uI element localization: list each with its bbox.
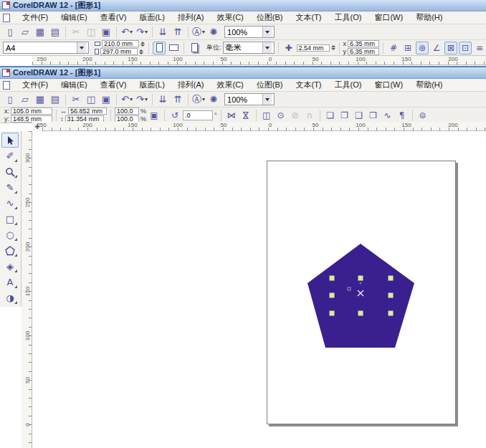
print-button[interactable]: ▤ xyxy=(48,25,62,39)
zoom-level-combo[interactable]: 100% xyxy=(224,26,275,38)
back-one-button[interactable]: ❒ xyxy=(367,109,380,122)
undo-button[interactable]: ↶▾ xyxy=(120,25,134,39)
paper-type-combo[interactable]: A4 xyxy=(3,42,89,54)
cut-button[interactable]: ✂ xyxy=(69,92,83,106)
menu-arrange[interactable]: 排列(A) xyxy=(171,78,211,92)
shape-tool[interactable]: ✐ xyxy=(1,148,19,163)
undo-button[interactable]: ↶▾ xyxy=(120,92,134,106)
forward-one-button[interactable]: ❑ xyxy=(353,109,366,122)
menu-bitmaps[interactable]: 位图(B) xyxy=(250,11,290,24)
combo-arrow[interactable] xyxy=(262,94,272,105)
mirror-vertical-button[interactable]: ⋈ xyxy=(239,109,252,122)
redo-button[interactable]: ↷▾ xyxy=(135,92,149,106)
save-button[interactable]: ▦ xyxy=(33,92,47,106)
treat-as-filled-button[interactable]: ⊠ xyxy=(444,42,457,54)
landscape-button[interactable] xyxy=(167,42,180,54)
horizontal-ruler-2[interactable]: 250 200 150 100 50 0 50 100 150 200 xyxy=(42,122,486,131)
combo-arrow[interactable] xyxy=(262,42,272,53)
trim-button[interactable]: ⊘ xyxy=(289,109,302,122)
selection-handle[interactable] xyxy=(330,276,335,281)
copy-button[interactable]: ◫ xyxy=(84,92,98,106)
dynamic-guides-button[interactable]: ∠ xyxy=(430,42,443,54)
menu-effects[interactable]: 效果(C) xyxy=(211,78,250,92)
selection-handle[interactable] xyxy=(358,276,363,281)
menu-file[interactable]: 文件(F) xyxy=(16,78,54,92)
intersect-button[interactable]: ∩ xyxy=(303,109,316,122)
pick-tool[interactable] xyxy=(1,133,19,148)
canvas[interactable] xyxy=(32,131,486,448)
weld-button[interactable]: ⊙ xyxy=(275,109,287,122)
menu-window[interactable]: 窗口(W) xyxy=(368,78,409,92)
selection-handle[interactable] xyxy=(389,293,394,298)
import-button[interactable]: ⇊ xyxy=(156,25,170,39)
spinner[interactable] xyxy=(331,45,335,50)
export-button[interactable]: ⇈ xyxy=(171,25,185,39)
paste-button[interactable]: ▣ xyxy=(99,92,113,106)
save-button[interactable]: ▦ xyxy=(33,25,47,39)
menu-tools[interactable]: 工具(O) xyxy=(328,11,368,24)
vertical-ruler[interactable]: 300 250 200 150 100 50 0 xyxy=(22,131,32,448)
menu-tools[interactable]: 工具(O) xyxy=(328,78,368,92)
open-button[interactable]: ▱ xyxy=(18,25,32,39)
menu-bitmaps[interactable]: 位图(B) xyxy=(250,78,290,92)
mirror-horizontal-button[interactable]: ⋈ xyxy=(225,109,238,122)
ellipse-tool[interactable]: ○ xyxy=(1,227,19,242)
titlebar[interactable]: CorelDRAW 12 - [图形1] xyxy=(0,67,486,79)
paper-width-field[interactable]: 210.0 mm xyxy=(102,40,139,47)
pick-box-button[interactable]: ⊡ xyxy=(459,42,472,54)
scale-x-field[interactable]: 100.0 xyxy=(115,108,139,115)
menu-help[interactable]: 帮助(H) xyxy=(409,11,449,24)
rectangle-tool[interactable]: □ xyxy=(1,211,19,227)
wrap-text-button[interactable]: ¶ xyxy=(396,109,409,122)
menu-edit[interactable]: 编辑(E) xyxy=(54,11,94,24)
menu-view[interactable]: 查看(V) xyxy=(94,11,133,24)
pentagon-shape[interactable] xyxy=(308,244,414,348)
menu-layout[interactable]: 版面(L) xyxy=(133,78,171,92)
document-window-icon[interactable] xyxy=(3,81,10,90)
to-back-button[interactable]: ❐ xyxy=(338,109,351,122)
app-launcher-button[interactable]: Ⓐ▾ xyxy=(191,92,206,106)
export-button[interactable]: ⇈ xyxy=(171,92,185,106)
spinner[interactable] xyxy=(140,42,145,47)
object-properties-button[interactable]: ⊜ xyxy=(416,109,429,122)
open-button[interactable]: ▱ xyxy=(18,92,32,106)
menu-effects[interactable]: 效果(C) xyxy=(211,11,250,24)
cut-button[interactable]: ✂ xyxy=(69,25,83,39)
new-button[interactable]: ▯ xyxy=(3,25,17,39)
selection-handle[interactable] xyxy=(330,311,335,316)
snap-guidelines-button[interactable]: ⊞ xyxy=(401,42,414,54)
selection-handle[interactable] xyxy=(330,293,335,298)
new-button[interactable]: ▯ xyxy=(3,92,17,106)
combo-arrow[interactable] xyxy=(77,42,86,53)
snap-grid-button[interactable]: # xyxy=(387,42,400,54)
paste-button[interactable]: ▣ xyxy=(99,25,113,39)
lock-ratio-button[interactable]: ▣ xyxy=(148,109,161,122)
spinner[interactable] xyxy=(139,49,143,54)
menu-view[interactable]: 查看(V) xyxy=(94,78,133,92)
rotation-field[interactable]: .0 xyxy=(183,110,213,120)
document-window-icon[interactable] xyxy=(3,14,10,22)
polygon-tool[interactable] xyxy=(1,243,19,258)
menu-file[interactable]: 文件(F) xyxy=(16,11,54,24)
print-button[interactable]: ▤ xyxy=(48,92,62,106)
freehand-tool[interactable]: ✎ xyxy=(1,180,19,195)
copy-button[interactable]: ◫ xyxy=(84,25,98,39)
zoom-tool[interactable] xyxy=(1,164,19,179)
combine-button[interactable]: ◫ xyxy=(260,109,273,122)
object-width-field[interactable]: 56.852 mm xyxy=(68,108,107,115)
duplicate-y-field[interactable]: 6.35 mm xyxy=(348,48,379,55)
x-position-field[interactable]: 105.0 mm xyxy=(11,108,52,115)
paper-height-field[interactable]: 297.0 mm xyxy=(100,48,138,55)
portrait-button[interactable] xyxy=(153,42,166,54)
menu-text[interactable]: 文本(T) xyxy=(289,78,328,92)
all-pages-button[interactable] xyxy=(188,42,201,54)
menu-text[interactable]: 文本(T) xyxy=(289,11,328,24)
menu-window[interactable]: 窗口(W) xyxy=(368,11,409,24)
titlebar[interactable]: CorelDRAW 12 - [图形1] xyxy=(0,0,486,11)
convert-to-curves-button[interactable]: ∿ xyxy=(381,109,394,122)
to-front-button[interactable]: ❏ xyxy=(324,109,337,122)
selection-handle[interactable] xyxy=(389,311,394,316)
combo-arrow[interactable] xyxy=(262,27,272,37)
horizontal-ruler-1[interactable]: 250 200 150 100 50 0 50 100 150 200 xyxy=(32,56,486,65)
smart-drawing-tool[interactable]: ∿ xyxy=(1,196,19,211)
